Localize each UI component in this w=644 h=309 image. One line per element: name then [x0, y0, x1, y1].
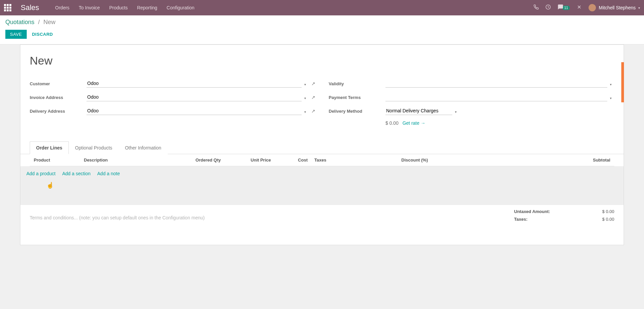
- phone-icon[interactable]: [533, 4, 539, 11]
- add-section-link[interactable]: Add a section: [62, 171, 91, 176]
- external-link-icon[interactable]: ↗: [309, 95, 315, 101]
- nav-items: Orders To Invoice Products Reporting Con…: [55, 5, 194, 10]
- get-rate-button[interactable]: Get rate →: [402, 120, 426, 126]
- nav-right: 11 Mitchell Stephens ▾: [533, 4, 640, 11]
- breadcrumb-sep: /: [36, 19, 42, 25]
- th-product: Product: [34, 158, 84, 163]
- chevron-down-icon[interactable]: ▾: [302, 96, 309, 101]
- user-menu[interactable]: Mitchell Stephens ▾: [589, 4, 640, 11]
- form-col-right: Validity ▾ Payment Terms ▾ Delivery Meth…: [329, 79, 614, 126]
- discard-button[interactable]: DISCARD: [32, 32, 53, 37]
- table-body: Add a product Add a section Add a note ☝: [20, 166, 624, 205]
- chevron-down-icon: ▾: [638, 6, 640, 10]
- label-customer: Customer: [30, 81, 87, 88]
- nav-reporting[interactable]: Reporting: [137, 5, 157, 10]
- nav-orders[interactable]: Orders: [55, 5, 69, 10]
- arrow-right-icon: →: [421, 120, 426, 126]
- tabs: Order Lines Optional Products Other Info…: [20, 141, 624, 154]
- th-subtotal: Subtotal: [428, 158, 610, 163]
- customer-field[interactable]: [87, 79, 302, 88]
- chat-icon: [557, 4, 564, 11]
- validity-field[interactable]: [385, 79, 607, 88]
- label-payment-terms: Payment Terms: [329, 95, 385, 101]
- breadcrumb: Quotations / New: [5, 19, 639, 26]
- totals: Untaxed Amount: $ 0.00 Taxes: $ 0.00: [514, 208, 614, 224]
- table-header: Product Description Ordered Qty Unit Pri…: [30, 154, 614, 166]
- tab-order-lines[interactable]: Order Lines: [30, 141, 69, 154]
- save-button[interactable]: SAVE: [5, 30, 27, 39]
- th-taxes: Taxes: [308, 158, 374, 163]
- invoice-address-field[interactable]: [87, 93, 302, 101]
- external-link-icon[interactable]: ↗: [309, 108, 315, 115]
- label-invoice-address: Invoice Address: [30, 95, 87, 101]
- nav-to-invoice[interactable]: To Invoice: [79, 5, 100, 10]
- get-rate-label: Get rate: [402, 120, 420, 126]
- navbar: Sales Orders To Invoice Products Reporti…: [0, 0, 644, 15]
- tab-optional-products[interactable]: Optional Products: [69, 141, 119, 154]
- taxes-value: $ 0.00: [602, 217, 614, 222]
- th-description: Description: [84, 158, 171, 163]
- delivery-method-field[interactable]: [385, 107, 452, 115]
- user-name: Mitchell Stephens: [599, 5, 636, 10]
- app-brand[interactable]: Sales: [21, 3, 39, 12]
- form-sheet: New Customer ▾ ↗ Invoice Address ▾ ↗ Del…: [20, 44, 624, 245]
- terms-input[interactable]: Terms and conditions... (note: you can s…: [30, 205, 205, 224]
- delivery-address-field[interactable]: [87, 107, 302, 115]
- chat-button[interactable]: 11: [557, 4, 570, 11]
- th-ordered-qty: Ordered Qty: [171, 158, 227, 163]
- page-title: New: [30, 54, 614, 67]
- nav-products[interactable]: Products: [109, 5, 128, 10]
- th-unit-price: Unit Price: [227, 158, 278, 163]
- chevron-down-icon[interactable]: ▾: [452, 110, 459, 115]
- nav-configuration[interactable]: Configuration: [167, 5, 194, 10]
- label-validity: Validity: [329, 81, 385, 88]
- form-col-left: Customer ▾ ↗ Invoice Address ▾ ↗ Deliver…: [30, 79, 315, 126]
- breadcrumb-current: New: [43, 19, 55, 25]
- label-delivery-address: Delivery Address: [30, 109, 87, 115]
- th-cost: Cost: [278, 158, 308, 163]
- add-note-link[interactable]: Add a note: [97, 171, 120, 176]
- untaxed-label: Untaxed Amount:: [514, 209, 550, 214]
- pointer-icon: ☝: [46, 182, 54, 189]
- taxes-label: Taxes:: [514, 217, 527, 222]
- close-icon[interactable]: [577, 4, 582, 11]
- payment-terms-field[interactable]: [385, 93, 607, 101]
- avatar: [589, 4, 596, 11]
- th-discount: Discount (%): [374, 158, 428, 163]
- chevron-down-icon[interactable]: ▾: [302, 110, 309, 115]
- delivery-price: $ 0.00: [385, 120, 398, 126]
- external-link-icon[interactable]: ↗: [309, 81, 315, 88]
- add-product-link[interactable]: Add a product: [26, 171, 55, 176]
- label-delivery-method: Delivery Method: [329, 109, 385, 115]
- chevron-down-icon[interactable]: ▾: [607, 96, 614, 101]
- chevron-down-icon[interactable]: ▾: [607, 83, 614, 88]
- untaxed-value: $ 0.00: [602, 209, 614, 214]
- chatter-toggle[interactable]: [621, 62, 624, 102]
- apps-icon[interactable]: [4, 4, 11, 11]
- tab-other-information[interactable]: Other Information: [119, 141, 168, 154]
- control-panel: Quotations / New SAVE DISCARD: [0, 15, 644, 44]
- breadcrumb-parent[interactable]: Quotations: [5, 19, 34, 25]
- clock-icon[interactable]: [545, 4, 551, 11]
- chevron-down-icon[interactable]: ▾: [302, 83, 309, 88]
